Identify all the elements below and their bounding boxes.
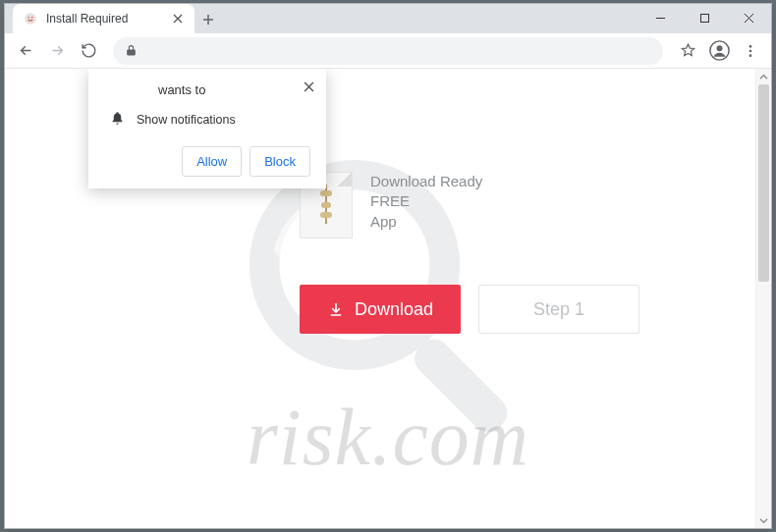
permission-label: Show notifications [137,113,236,127]
svg-point-1 [28,17,29,19]
window-maximize-button[interactable] [683,4,727,31]
block-button[interactable]: Block [249,146,310,177]
button-row: Download Step 1 [5,285,771,334]
watermark-text: risk.com [247,392,529,484]
window-close-button[interactable] [727,4,771,31]
download-button[interactable]: Download [300,285,461,334]
back-button[interactable] [11,36,40,66]
browser-toolbar [5,33,771,69]
notification-permission-popup: wants to Show notifications Allow Block [88,69,326,188]
address-bar[interactable] [113,37,663,65]
bookmark-star-icon[interactable] [673,36,702,66]
svg-point-8 [749,54,752,57]
svg-rect-10 [408,333,514,439]
forward-button[interactable] [42,36,72,66]
window-controls [638,4,771,31]
svg-point-0 [25,13,36,25]
svg-point-7 [749,49,752,52]
tab-strip: Install Required [5,4,771,33]
new-tab-button[interactable] [194,6,222,33]
tab-close-icon[interactable] [171,12,185,26]
ready-line3: App [370,212,482,232]
popup-title: wants to [104,82,310,97]
step-1-button[interactable]: Step 1 [478,285,639,334]
tab-title: Install Required [46,12,163,26]
bell-icon [110,111,125,129]
download-arrow-icon [327,300,345,318]
lock-icon [123,43,139,59]
download-button-label: Download [355,299,433,320]
svg-point-2 [31,17,33,19]
download-ready-text: Download Ready FREE App [370,172,482,232]
page-viewport: risk.com Download Ready FREE App Downloa… [5,69,771,528]
scroll-thumb[interactable] [758,84,769,282]
reload-button[interactable] [74,36,103,66]
ready-line1: Download Ready [370,172,482,191]
browser-tab-active[interactable]: Install Required [13,4,194,33]
popup-actions: Allow Block [104,146,310,177]
browser-window: Install Required [4,3,772,529]
allow-button[interactable]: Allow [182,146,242,177]
popup-permission-row: Show notifications [104,111,310,129]
ready-line2: FREE [370,191,482,211]
svg-point-6 [749,45,752,48]
scroll-down-icon[interactable] [756,512,771,528]
scroll-track[interactable] [756,84,771,512]
vertical-scrollbar[interactable] [755,69,771,528]
kebab-menu-icon[interactable] [736,36,765,66]
window-minimize-button[interactable] [638,4,683,31]
profile-avatar-icon[interactable] [704,36,734,66]
svg-rect-3 [701,14,709,22]
step-button-label: Step 1 [533,299,584,320]
scroll-up-icon[interactable] [756,69,771,84]
tab-favicon [23,11,38,27]
svg-point-5 [716,45,722,51]
